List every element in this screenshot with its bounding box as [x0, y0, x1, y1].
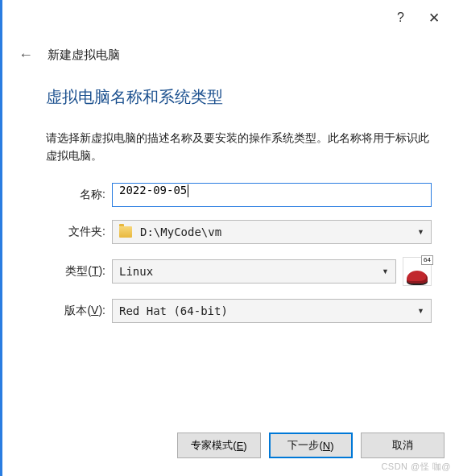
- folder-combo[interactable]: D:\MyCode\vm ▼: [112, 220, 432, 244]
- page-heading: 虚拟电脑名称和系统类型: [46, 86, 432, 108]
- folder-label: 文件夹:: [46, 225, 112, 239]
- name-label: 名称:: [46, 188, 112, 202]
- back-arrow-icon[interactable]: ←: [19, 47, 33, 64]
- cancel-label: 取消: [392, 438, 413, 453]
- wizard-content: 虚拟电脑名称和系统类型 请选择新虚拟电脑的描述名称及要安装的操作系统类型。此名称…: [2, 78, 459, 323]
- watermark-text: CSDN @怪 咖@: [381, 461, 451, 473]
- expert-mode-button[interactable]: 专家模式(E): [177, 433, 261, 458]
- text-caret-icon: [188, 184, 188, 197]
- titlebar: ? ✕: [2, 0, 459, 35]
- version-combo[interactable]: Red Hat (64-bit) ▼: [112, 299, 432, 323]
- folder-icon: [119, 226, 132, 238]
- help-icon[interactable]: ?: [397, 10, 404, 25]
- button-bar: 专家模式(E) 下一步(N) 取消: [2, 433, 459, 458]
- cancel-button[interactable]: 取消: [361, 433, 445, 458]
- os-logo-icon: 64: [403, 257, 432, 286]
- chevron-down-icon: ▼: [377, 267, 389, 275]
- os-bits-badge: 64: [421, 255, 433, 265]
- next-button[interactable]: 下一步(N): [269, 433, 353, 458]
- name-input[interactable]: 2022-09-05: [112, 183, 432, 207]
- chevron-down-icon: ▼: [412, 228, 424, 236]
- type-combo[interactable]: Linux ▼: [112, 259, 396, 284]
- close-icon[interactable]: ✕: [428, 10, 440, 27]
- version-value: Red Hat (64-bit): [119, 304, 412, 317]
- row-folder: 文件夹: D:\MyCode\vm ▼: [46, 220, 432, 244]
- row-name: 名称: 2022-09-05: [46, 183, 432, 207]
- type-value: Linux: [119, 265, 377, 278]
- page-description: 请选择新虚拟电脑的描述名称及要安装的操作系统类型。此名称将用于标识此虚拟电脑。: [46, 129, 432, 165]
- row-version: 版本(V): Red Hat (64-bit) ▼: [46, 299, 432, 323]
- wizard-header: ← 新建虚拟电脑: [2, 35, 459, 78]
- folder-value: D:\MyCode\vm: [140, 226, 412, 238]
- chevron-down-icon: ▼: [412, 307, 424, 315]
- wizard-title: 新建虚拟电脑: [48, 48, 120, 63]
- type-label: 类型(T):: [46, 264, 112, 279]
- version-label: 版本(V):: [46, 304, 112, 318]
- name-input-value: 2022-09-05: [119, 184, 187, 197]
- redhat-icon: [407, 271, 428, 284]
- row-type: 类型(T): Linux ▼ 64: [46, 257, 432, 286]
